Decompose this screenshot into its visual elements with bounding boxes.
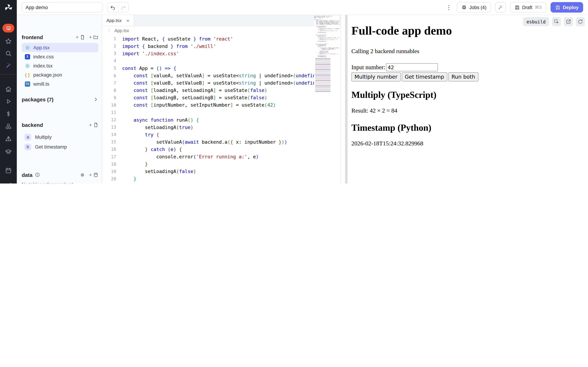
close-tab-icon[interactable]: × [127, 18, 129, 23]
chevron-right-icon[interactable] [93, 97, 98, 102]
app-name-input[interactable] [22, 2, 103, 13]
schedules-icon[interactable] [0, 167, 17, 174]
preview-subtitle: Calling 2 backend runnables [351, 48, 588, 55]
line-number: 3 [102, 51, 116, 56]
add-file-button[interactable] [75, 34, 85, 40]
save-icon [555, 5, 560, 10]
multiply-number-button[interactable]: Multiply number [351, 72, 401, 82]
undo-redo-group [107, 2, 129, 13]
add-runnable-button[interactable] [88, 122, 98, 127]
breadcrumb[interactable]: 〉 App.tsx [102, 26, 341, 35]
packages-section-header[interactable]: packages (7) [22, 95, 98, 103]
ai-assistant-button[interactable] [495, 2, 506, 13]
inspect-select-icon[interactable] [552, 17, 561, 26]
learn-icon[interactable] [0, 148, 17, 155]
left-nav-rail [0, 0, 17, 184]
line-number: 1 [102, 36, 116, 41]
frontend-file-list: App.tsx3index.cssindex.tsx{ }package.jso… [22, 43, 98, 88]
data-empty-state: No tables referenced yet [22, 182, 98, 184]
file-item-index.tsx[interactable]: index.tsx [22, 61, 98, 70]
bug-icon [461, 5, 467, 10]
flows-icon[interactable] [0, 181, 17, 184]
preview-actions: Multiply numberGet timestampRun both [351, 72, 588, 82]
line-number: 4 [102, 58, 116, 63]
data-section-header: data [22, 171, 98, 179]
file-name: App.tsx [33, 45, 50, 50]
wand-icon [497, 4, 503, 10]
save-icon [514, 5, 519, 10]
line-number: 12 [102, 117, 116, 122]
line-number: 18 [102, 161, 116, 167]
ts-icon: TS [25, 81, 30, 87]
runnable-item-a[interactable]: aMultiply [22, 132, 98, 142]
redo-button[interactable] [118, 2, 129, 13]
file-name: index.tsx [33, 63, 53, 68]
result-value: 2026-02-18T15:24:32.829968 [351, 140, 588, 147]
runnable-label: Multiply [35, 134, 52, 140]
more-menu-icon[interactable]: ⋮ [445, 4, 453, 10]
file-item-package.json[interactable]: { }package.json [22, 70, 98, 79]
runnable-badge: b [25, 143, 31, 150]
line-number: 15 [102, 139, 116, 144]
react-icon [25, 45, 30, 50]
jobs-button[interactable]: Jobs (4) [457, 2, 491, 13]
line-number: 17 [102, 154, 116, 159]
search-icon[interactable] [0, 50, 17, 57]
get-timestamp-button[interactable]: Get timestamp [402, 72, 447, 82]
ai-wand-icon[interactable] [0, 62, 17, 69]
line-number: 11 [102, 110, 116, 115]
backend-runnable-list: aMultiplybGet timestamp [22, 132, 98, 152]
data-settings-gear-icon[interactable] [80, 172, 85, 177]
file-item-App.tsx[interactable]: App.tsx [22, 43, 98, 52]
line-number: 20 [102, 176, 116, 181]
braces-icon: { } [25, 72, 30, 78]
panel-splitter[interactable] [341, 15, 347, 184]
line-number: 19 [102, 169, 116, 174]
line-number: 13 [102, 125, 116, 130]
add-folder-button[interactable] [88, 34, 98, 40]
draft-button[interactable]: Draft ⌘S [510, 2, 546, 13]
frontend-section-header: frontend [22, 33, 98, 41]
current-app-badge[interactable] [0, 24, 17, 33]
rail-divider [0, 74, 17, 75]
line-number: 2 [102, 43, 116, 49]
resources-icon[interactable] [0, 123, 17, 130]
variables-icon[interactable] [0, 110, 17, 117]
project-sidebar: frontend App.tsx3index.cssindex.tsx{ }pa… [17, 15, 102, 184]
runs-icon[interactable] [0, 98, 17, 105]
tab-app-tsx[interactable]: App.tsx × [102, 15, 134, 26]
runnable-item-b[interactable]: bGet timestamp [22, 142, 98, 152]
code-editor-pane: App.tsx × ⋯ 〉 App.tsx 1import React, { u… [102, 15, 341, 184]
input-number-field[interactable] [386, 63, 438, 71]
apps-icon [2, 24, 14, 33]
line-number: 16 [102, 147, 116, 152]
code-area[interactable]: 1import React, { useState } from 'react'… [102, 35, 341, 184]
result-value: Result: 42 × 2 = 84 [351, 107, 588, 114]
windmill-logo-icon[interactable] [0, 3, 17, 12]
app-preview-pane: esbuild Full-code app demo Calling 2 bac… [347, 15, 588, 184]
run-both-button[interactable]: Run both [448, 72, 478, 82]
result-heading: Multiply (TypeScript) [351, 90, 588, 100]
input-number-label: Input number: [351, 64, 385, 71]
file-item-index.css[interactable]: 3index.css [22, 52, 98, 61]
line-number: 14 [102, 132, 116, 137]
file-name: index.css [33, 54, 54, 59]
info-icon[interactable] [35, 172, 40, 177]
line-number: 5 [102, 66, 116, 71]
minimap[interactable]: import React, { useState } from 'react'i… [314, 16, 339, 131]
open-external-icon[interactable] [564, 17, 573, 26]
line-number: 9 [102, 95, 116, 100]
undo-button[interactable] [107, 2, 118, 13]
app-window: ⋮ Jobs (4) Draft ⌘S Deploy frontend [0, 0, 588, 184]
editor-tabstrip: App.tsx × ⋯ [102, 15, 341, 26]
add-table-button[interactable] [88, 172, 98, 177]
favorites-icon[interactable] [0, 38, 17, 45]
home-icon[interactable] [0, 86, 17, 93]
file-item-wmill.ts[interactable]: TSwmill.ts [22, 79, 98, 88]
triggers-icon[interactable] [0, 135, 17, 142]
deploy-button[interactable]: Deploy [551, 2, 583, 13]
line-number: 6 [102, 73, 116, 78]
splitter-rail[interactable] [345, 15, 347, 184]
refresh-icon[interactable] [576, 17, 585, 26]
css3-icon: 3 [25, 54, 30, 59]
